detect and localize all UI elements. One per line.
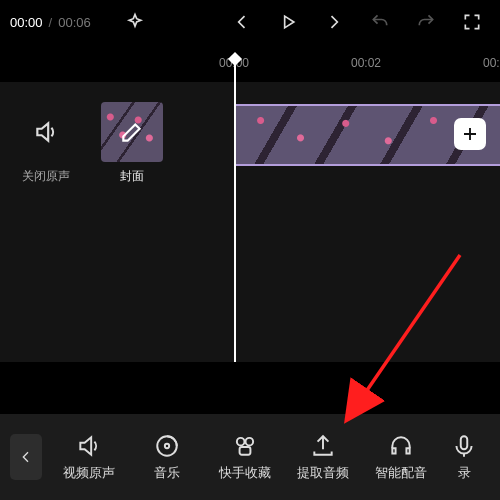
ruler-tick: 00:04 [483,56,500,70]
tool-label: 快手收藏 [219,465,271,482]
tool-smart-dub[interactable]: 智能配音 [362,433,440,482]
chevron-left-icon [18,449,34,465]
mute-original-button[interactable]: 关闭原声 [10,102,82,185]
bottom-toolbar: 视频原声 音乐 快手收藏 提取音频 智能配音 录 [0,414,500,500]
redo-button[interactable] [408,4,444,40]
speaker-icon [33,119,59,145]
time-current: 00:00 [10,15,43,30]
cover-label: 封面 [120,168,144,185]
timeline-stage[interactable]: 关闭原声 封面 [0,82,500,362]
playhead-time: 00:00 / 00:06 [10,15,91,30]
time-total: 00:06 [58,15,91,30]
sparkle-icon[interactable] [117,4,153,40]
play-button[interactable] [270,4,306,40]
tool-label: 音乐 [154,465,180,482]
export-icon [310,433,336,459]
plus-icon [461,125,479,143]
toolbar-back-button[interactable] [10,434,42,480]
prev-frame-button[interactable] [224,4,260,40]
tool-extract-audio[interactable]: 提取音频 [284,433,362,482]
tool-favorites[interactable]: 快手收藏 [206,433,284,482]
topbar: 00:00 / 00:06 [0,0,500,44]
headset-icon [388,433,414,459]
tool-label: 智能配音 [375,465,427,482]
mic-icon [451,433,477,459]
svg-rect-4 [240,447,251,455]
svg-rect-5 [461,436,468,449]
tool-label: 录 [458,465,471,482]
tool-video-sound[interactable]: 视频原声 [50,433,128,482]
set-cover-button[interactable]: 封面 [96,102,168,185]
svg-point-1 [165,443,169,447]
svg-point-2 [237,437,245,445]
ruler-tick: 00:02 [351,56,381,70]
add-clip-button[interactable] [454,118,486,150]
disc-icon [154,433,180,459]
tool-music[interactable]: 音乐 [128,433,206,482]
fullscreen-button[interactable] [454,4,490,40]
tool-record[interactable]: 录 [440,433,488,482]
edit-icon [119,119,145,145]
speaker-icon [76,433,102,459]
mute-label: 关闭原声 [22,168,70,185]
tool-label: 视频原声 [63,465,115,482]
playhead[interactable] [234,56,236,362]
timeline-ruler[interactable]: 00:00 00:02 00:04 [0,56,500,82]
next-frame-button[interactable] [316,4,352,40]
tool-label: 提取音频 [297,465,349,482]
undo-button[interactable] [362,4,398,40]
svg-point-3 [246,437,254,445]
collection-icon [232,433,258,459]
